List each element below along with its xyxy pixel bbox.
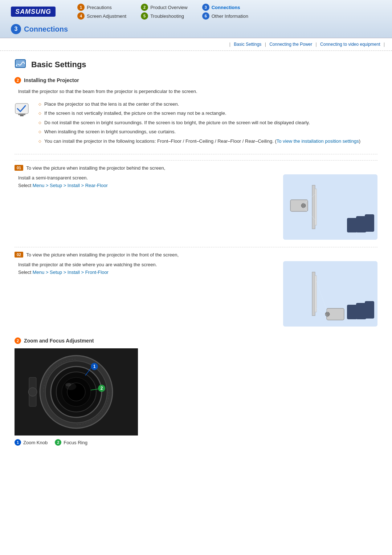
zoom-knob-text: Zoom Knob <box>23 440 48 445</box>
svg-point-48 <box>28 388 37 396</box>
main-content: Basic Settings 2 Installing the Projecto… <box>0 51 392 453</box>
check-icon <box>15 101 33 119</box>
nav-num-1: 1 <box>77 4 85 11</box>
note-01-num: 01 <box>15 165 23 171</box>
bullet-5: You can install the projector in the fol… <box>38 138 360 145</box>
zoom-labels: 1 Zoom Knob 2 Focus Ring <box>15 439 377 446</box>
svg-rect-8 <box>315 189 317 225</box>
focus-ring-label: 2 Focus Ring <box>55 439 87 446</box>
nav-num-6: 6 <box>202 12 209 20</box>
nav-num-3: 3 <box>202 4 209 11</box>
menu-link-front-floor[interactable]: Menu > Setup > Install > Front-Floor <box>33 270 109 275</box>
nav-num-5: 5 <box>141 12 148 20</box>
svg-rect-27 <box>365 301 374 319</box>
projector-lens-image: 1 2 <box>15 348 138 436</box>
section1-intro: Install the projector so that the beam f… <box>15 88 377 96</box>
note-01-header-text: To view the picture when installing the … <box>26 165 165 171</box>
svg-rect-23 <box>347 305 357 319</box>
bullet-3: Do not install the screen in bright surr… <box>38 119 360 126</box>
nav-troubleshooting[interactable]: 5 Troubleshooting <box>141 12 188 20</box>
note-02-image <box>283 261 377 327</box>
focus-ring-text: Focus Ring <box>64 440 87 445</box>
zoom-section-num: 2 <box>15 337 21 344</box>
svg-rect-25 <box>356 303 366 319</box>
section-badge-num: 3 <box>11 24 21 34</box>
note-02-text: Install the projector at the side where … <box>18 261 276 276</box>
zoom-knob-num: 1 <box>15 439 21 446</box>
bullet-4: When installing the screen in bright sur… <box>38 128 360 135</box>
samsung-logo: SAMSUNG <box>11 8 56 16</box>
zoom-focus-section: 2 Zoom and Focus Adjustment 1 <box>15 337 377 446</box>
lens-svg: 1 2 <box>15 348 138 436</box>
svg-point-2 <box>17 64 18 65</box>
note-02-num: 02 <box>15 252 23 258</box>
svg-rect-5 <box>20 115 24 116</box>
sub-section-title: Installing the Projector <box>24 77 79 83</box>
breadcrumb-basic-settings[interactable]: Basic Settings <box>234 42 261 47</box>
sub-section-num: 2 <box>15 77 21 84</box>
note-02-header: 02 To view the picture when installing t… <box>15 252 377 258</box>
nav-screen-adjustment[interactable]: 4 Screen Adjustment <box>77 12 126 20</box>
note-02-content: Install the projector at the side where … <box>15 261 377 327</box>
note-01-image <box>283 174 377 240</box>
menu-link-rear-floor[interactable]: Menu > Setup > Install > Rear-Floor <box>33 183 108 188</box>
svg-rect-21 <box>315 276 317 312</box>
bullet-1: Place the projector so that the lens is … <box>38 101 360 108</box>
svg-text:2: 2 <box>101 386 103 391</box>
nav-product-overview[interactable]: 2 Product Overview <box>141 4 188 11</box>
header: SAMSUNG 1 Precautions 2 Product Overview… <box>0 0 392 38</box>
page-title-area: Basic Settings <box>15 58 377 71</box>
svg-rect-12 <box>356 216 366 232</box>
sub-section-header: 2 Installing the Projector <box>15 77 377 84</box>
note-01-text: Install a semi-transparent screen. Selec… <box>18 174 276 190</box>
breadcrumb-connecting-power[interactable]: Connecting the Power <box>269 42 312 47</box>
breadcrumb-connecting-video[interactable]: Connecting to video equipment <box>320 42 380 47</box>
nav-num-4: 4 <box>77 12 85 20</box>
current-section-badge: 3 Connections <box>11 24 381 34</box>
nav-other-information[interactable]: 6 Other Information <box>202 12 248 20</box>
svg-point-40 <box>65 383 71 386</box>
focus-ring-num: 2 <box>55 439 61 446</box>
installing-projector-section: 2 Installing the Projector Install the p… <box>15 77 377 154</box>
note-02: 02 To view the picture when installing t… <box>15 247 377 327</box>
svg-rect-10 <box>347 218 357 232</box>
front-floor-illustration <box>283 261 377 327</box>
svg-text:1: 1 <box>93 364 96 369</box>
zoom-section-title: Zoom and Focus Adjustment <box>24 338 94 344</box>
nav-connections[interactable]: 3 Connections <box>202 4 248 11</box>
page-title: Basic Settings <box>31 60 86 69</box>
svg-rect-14 <box>365 214 374 232</box>
zoom-knob-label: 1 Zoom Knob <box>15 439 48 446</box>
page-title-icon <box>15 58 28 71</box>
section-badge-label: Connections <box>24 25 68 33</box>
note-01-header: 01 To view the picture when installing t… <box>15 165 377 171</box>
rear-floor-illustration <box>283 174 377 240</box>
navigation: 1 Precautions 2 Product Overview 3 Conne… <box>77 4 248 20</box>
svg-rect-0 <box>15 60 25 68</box>
note-01: 01 To view the picture when installing t… <box>15 160 377 240</box>
svg-rect-20 <box>312 272 315 316</box>
installation-settings-link[interactable]: To view the installation position settin… <box>277 138 359 144</box>
svg-rect-4 <box>18 114 25 115</box>
note-01-content: Install a semi-transparent screen. Selec… <box>15 174 377 240</box>
nav-num-2: 2 <box>141 4 148 11</box>
nav-precautions[interactable]: 1 Precautions <box>77 4 126 11</box>
zoom-section-header: 2 Zoom and Focus Adjustment <box>15 337 377 344</box>
bullet-list: Place the projector so that the lens is … <box>38 101 360 147</box>
bullet-2: If the screen is not vertically installe… <box>38 110 360 117</box>
svg-rect-7 <box>312 185 315 229</box>
note-02-header-text: To view the picture when installing the … <box>26 252 179 258</box>
breadcrumb-bar: | Basic Settings | Connecting the Power … <box>0 38 392 51</box>
check-area: Place the projector so that the lens is … <box>15 101 377 147</box>
